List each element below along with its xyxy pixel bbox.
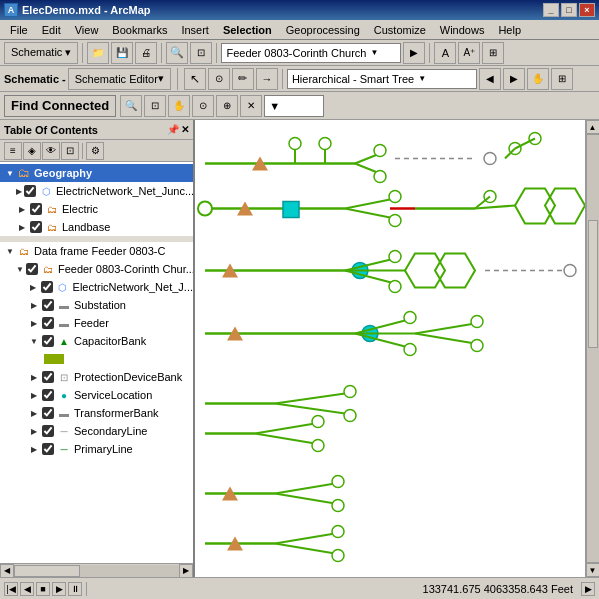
toc-capacitor[interactable]: ▼ ▲ CapacitorBank xyxy=(0,332,193,350)
toc-options-btn[interactable]: ⚙ xyxy=(86,142,104,160)
text-a-plus-btn[interactable]: A⁺ xyxy=(458,42,480,64)
toc-protection[interactable]: ▶ ⊡ ProtectionDeviceBank xyxy=(0,368,193,386)
zoom-rect-btn[interactable]: ⊡ xyxy=(190,42,212,64)
toc-group-geography[interactable]: ▼ 🗂 Geography xyxy=(0,164,193,182)
cb-capacitor[interactable] xyxy=(42,335,54,347)
toc-sel-btn[interactable]: ⊡ xyxy=(61,142,79,160)
menu-edit[interactable]: Edit xyxy=(36,23,67,37)
menu-file[interactable]: File xyxy=(4,23,34,37)
minimize-btn[interactable]: _ xyxy=(543,3,559,17)
menu-selection[interactable]: Selection xyxy=(217,23,278,37)
node-btn[interactable]: ⊙ xyxy=(208,68,230,90)
find-dropdown[interactable]: ▼ xyxy=(264,95,324,117)
menu-view[interactable]: View xyxy=(69,23,105,37)
status-scroll-right[interactable]: ▶ xyxy=(581,582,595,596)
hierarchical-dropdown[interactable]: Hierarchical - Smart Tree ▼ xyxy=(287,69,477,89)
fit-btn[interactable]: ⊞ xyxy=(551,68,573,90)
find-pan-btn[interactable]: ✋ xyxy=(168,95,190,117)
expand-feeder[interactable]: ▶ xyxy=(28,317,40,329)
toc-transformer[interactable]: ▶ ▬ TransformerBank xyxy=(0,404,193,422)
expand-landbase[interactable]: ▶ xyxy=(16,221,28,233)
toc-vis-btn[interactable]: 👁 xyxy=(42,142,60,160)
pan-btn[interactable]: ✋ xyxy=(527,68,549,90)
cb-secondary[interactable] xyxy=(42,425,54,437)
nav-first-btn[interactable]: |◀ xyxy=(4,582,18,596)
nav-prev-btn[interactable]: ◀ xyxy=(20,582,34,596)
toc-service[interactable]: ▶ ● ServiceLocation xyxy=(0,386,193,404)
open-btn[interactable]: 📁 xyxy=(87,42,109,64)
cb-landbase[interactable] xyxy=(30,221,42,233)
expand-capacitor[interactable]: ▼ xyxy=(28,335,40,347)
close-btn[interactable]: × xyxy=(579,3,595,17)
expand-primary[interactable]: ▶ xyxy=(28,443,40,455)
toc-feeder[interactable]: ▶ ▬ Feeder xyxy=(0,314,193,332)
menu-geoprocessing[interactable]: Geoprocessing xyxy=(280,23,366,37)
toc-substation[interactable]: ▶ ▬ Substation xyxy=(0,296,193,314)
toc-close-btn[interactable]: ✕ xyxy=(181,124,189,135)
find-connected-label[interactable]: Find Connected xyxy=(4,95,116,117)
toc-scroll-right[interactable]: ▶ xyxy=(179,564,193,578)
toc-list-btn[interactable]: ≡ xyxy=(4,142,22,160)
text-a-btn[interactable]: A xyxy=(434,42,456,64)
editor-dropdown-btn[interactable]: Schematic Editor▾ xyxy=(68,68,171,90)
menu-help[interactable]: Help xyxy=(492,23,527,37)
menu-customize[interactable]: Customize xyxy=(368,23,432,37)
expand-net-junc[interactable]: ▶ xyxy=(16,185,22,197)
pencil-btn[interactable]: ✏ xyxy=(232,68,254,90)
cb-service[interactable] xyxy=(42,389,54,401)
arrow-btn[interactable]: → xyxy=(256,68,278,90)
cb-electric[interactable] xyxy=(30,203,42,215)
nav-pause-btn[interactable]: ⏸ xyxy=(68,582,82,596)
nav-stop-btn[interactable]: ■ xyxy=(36,582,50,596)
window-controls[interactable]: _ □ × xyxy=(543,3,595,17)
scroll-up-btn[interactable]: ▲ xyxy=(586,120,600,134)
cb-protection[interactable] xyxy=(42,371,54,383)
expand-transformer[interactable]: ▶ xyxy=(28,407,40,419)
map-canvas[interactable] xyxy=(195,120,585,577)
menu-windows[interactable]: Windows xyxy=(434,23,491,37)
nav-right-btn[interactable]: ▶ xyxy=(503,68,525,90)
toc-bottom-scroll[interactable]: ◀ ▶ xyxy=(0,563,193,577)
scroll-down-btn[interactable]: ▼ xyxy=(586,563,600,577)
toc-electric[interactable]: ▶ 🗂 Electric xyxy=(0,200,193,218)
toc-pin-btn[interactable]: 📌 xyxy=(167,124,179,135)
toc-hscroll-thumb[interactable] xyxy=(14,565,80,577)
expand-geography[interactable]: ▼ xyxy=(4,167,16,179)
cb-feeder[interactable] xyxy=(42,317,54,329)
toc-electric-net-junc[interactable]: ▶ ⬡ ElectricNetwork_Net_Junc... xyxy=(0,182,193,200)
feeder-dropdown[interactable]: Feeder 0803-Corinth Church ▼ xyxy=(221,43,401,63)
toc-dataframe[interactable]: ▼ 🗂 Data frame Feeder 0803-C xyxy=(0,242,193,260)
cb-net-j2[interactable] xyxy=(41,281,53,293)
zoom-in-btn[interactable]: 🔍 xyxy=(166,42,188,64)
menu-bookmarks[interactable]: Bookmarks xyxy=(106,23,173,37)
expand-net-j2[interactable]: ▶ xyxy=(28,281,39,293)
toc-source-btn[interactable]: ◈ xyxy=(23,142,41,160)
save-btn[interactable]: 💾 xyxy=(111,42,133,64)
find-expand-btn[interactable]: ⊕ xyxy=(216,95,238,117)
expand-secondary[interactable]: ▶ xyxy=(28,425,40,437)
expand-electric[interactable]: ▶ xyxy=(16,203,28,215)
cb-net-junc[interactable] xyxy=(24,185,36,197)
toc-scroll-left[interactable]: ◀ xyxy=(0,564,14,578)
nav-left-btn[interactable]: ◀ xyxy=(479,68,501,90)
expand-substation[interactable]: ▶ xyxy=(28,299,40,311)
expand-dataframe[interactable]: ▼ xyxy=(4,245,16,257)
find-zoom-btn[interactable]: 🔍 xyxy=(120,95,142,117)
expand-feeder-corinth[interactable]: ▼ xyxy=(16,263,24,275)
toc-primary[interactable]: ▶ ─ PrimaryLine xyxy=(0,440,193,458)
cb-transformer[interactable] xyxy=(42,407,54,419)
feeder-go-btn[interactable]: ▶ xyxy=(403,42,425,64)
maximize-btn[interactable]: □ xyxy=(561,3,577,17)
toc-landbase[interactable]: ▶ 🗂 Landbase xyxy=(0,218,193,236)
nav-play-btn[interactable]: ▶ xyxy=(52,582,66,596)
find-target-btn[interactable]: ⊙ xyxy=(192,95,214,117)
find-select-btn[interactable]: ⊡ xyxy=(144,95,166,117)
toc-secondary[interactable]: ▶ ─ SecondaryLine xyxy=(0,422,193,440)
cb-feeder-corinth[interactable] xyxy=(26,263,38,275)
toc-electric-net-j2[interactable]: ▶ ⬡ ElectricNetwork_Net_J... xyxy=(0,278,193,296)
scroll-thumb[interactable] xyxy=(588,220,598,348)
select-btn[interactable]: ↖ xyxy=(184,68,206,90)
expand-service[interactable]: ▶ xyxy=(28,389,40,401)
expand-protection[interactable]: ▶ xyxy=(28,371,40,383)
print-btn[interactable]: 🖨 xyxy=(135,42,157,64)
